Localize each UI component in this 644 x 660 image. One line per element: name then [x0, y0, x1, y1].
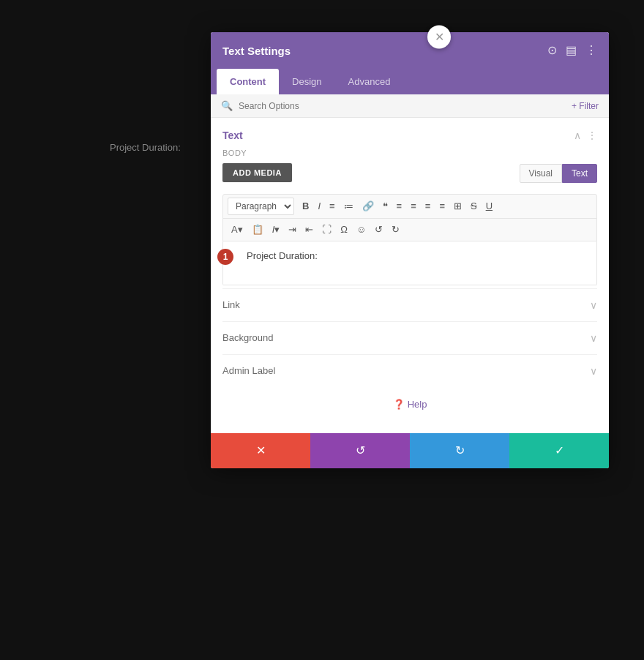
admin-label-section: Admin Label ∨ [222, 354, 597, 387]
text-section-title: Text [222, 130, 243, 141]
toolbar-row-2: A▾ 📋 I▾ ⇥ ⇤ ⛶ Ω ☺ ↺ ↻ [223, 219, 596, 241]
tab-design[interactable]: Design [279, 69, 334, 94]
admin-label-section-header[interactable]: Admin Label ∨ [222, 365, 597, 377]
align-center-button[interactable]: ≡ [407, 198, 420, 214]
redo-toolbar-button[interactable]: ↻ [388, 222, 403, 238]
tabs-bar: Content Design Advanced [211, 69, 609, 94]
cancel-button[interactable]: ✕ [211, 433, 310, 468]
fullscreen-button[interactable]: ⛶ [318, 222, 335, 238]
background-section: Background ∨ [222, 321, 597, 354]
project-duration-bg-label: Project Duration: [110, 142, 181, 153]
align-left-button[interactable]: ≡ [393, 198, 406, 214]
paragraph-select[interactable]: Paragraph Heading 1 Heading 2 Heading 3 [228, 198, 294, 215]
indent-button[interactable]: ⇥ [285, 222, 300, 238]
filter-button[interactable]: + Filter [572, 101, 599, 111]
columns-icon[interactable]: ▤ [566, 45, 577, 56]
search-icon: 🔍 [221, 100, 233, 111]
help-label: Help [408, 399, 427, 410]
undo-icon: ↺ [356, 443, 365, 457]
redo-icon: ↻ [455, 443, 465, 457]
focus-icon[interactable]: ⊙ [547, 45, 557, 56]
link-section-title: Link [222, 299, 240, 310]
toolbar-row-1: Paragraph Heading 1 Heading 2 Heading 3 … [223, 195, 596, 219]
link-section-header[interactable]: Link ∨ [222, 299, 597, 311]
visual-toggle-button[interactable]: Visual [520, 164, 562, 183]
emoji-button[interactable]: ☺ [353, 222, 370, 238]
align-right-button[interactable]: ≡ [422, 198, 435, 214]
admin-label-chevron-icon: ∨ [590, 365, 597, 377]
underline-button[interactable]: U [482, 198, 496, 214]
quote-button[interactable]: ❝ [379, 198, 392, 214]
view-toggle: Visual Text [520, 164, 597, 183]
link-chevron-icon: ∨ [590, 299, 597, 311]
outdent-button[interactable]: ⇤ [302, 222, 317, 238]
undo-button[interactable]: ↺ [310, 433, 410, 468]
section-collapse-icon[interactable]: ∧ [574, 130, 581, 141]
special-char-button[interactable]: Ω [337, 222, 351, 238]
search-bar: 🔍 + Filter [211, 94, 609, 118]
more-icon[interactable]: ⋮ [585, 45, 597, 56]
help-section: ❓ Help [222, 387, 597, 421]
panel-header: Text Settings ⊙ ▤ ⋮ [211, 32, 609, 69]
align-justify-button[interactable]: ≡ [435, 198, 449, 214]
bold-button[interactable]: B [299, 198, 312, 214]
save-button[interactable]: ✓ [509, 433, 609, 468]
help-link[interactable]: ❓ Help [234, 399, 585, 410]
cancel-icon: ✕ [256, 443, 266, 457]
text-section-header: Text ∧ ⋮ [222, 130, 597, 141]
background-section-title: Background [222, 332, 273, 343]
close-icon: ✕ [435, 30, 444, 44]
background-section-header[interactable]: Background ∨ [222, 332, 597, 344]
table-button[interactable]: ⊞ [450, 198, 465, 214]
add-media-button[interactable]: ADD MEDIA [222, 163, 292, 182]
add-media-row: ADD MEDIA Visual Text [222, 163, 597, 188]
italic-button[interactable]: I [314, 198, 324, 214]
editor-content[interactable]: Project Duration: [233, 250, 586, 261]
save-icon: ✓ [555, 443, 564, 457]
close-button[interactable]: ✕ [427, 25, 451, 48]
strikethrough-button[interactable]: S [467, 198, 481, 214]
step-badge: 1 [217, 249, 233, 265]
admin-label-section-title: Admin Label [222, 365, 275, 376]
unordered-list-button[interactable]: ≡ [326, 198, 339, 214]
panel-title: Text Settings [222, 45, 291, 57]
header-icons: ⊙ ▤ ⋮ [547, 45, 597, 56]
text-toggle-button[interactable]: Text [562, 164, 597, 183]
bottom-toolbar: ✕ ↺ ↻ ✓ [211, 433, 609, 468]
section-more-icon[interactable]: ⋮ [587, 130, 597, 141]
text-section: Text ∧ ⋮ Body ADD MEDIA Visual Text Para [222, 130, 597, 285]
settings-panel: Text Settings ⊙ ▤ ⋮ Content Design Advan… [211, 32, 609, 468]
redo-button[interactable]: ↻ [410, 433, 509, 468]
tab-content[interactable]: Content [217, 69, 279, 94]
editor-area[interactable]: 1 Project Duration: [222, 241, 597, 285]
ordered-list-button[interactable]: ≔ [340, 198, 357, 214]
panel-body: Text ∧ ⋮ Body ADD MEDIA Visual Text Para [211, 118, 609, 433]
link-button[interactable]: 🔗 [359, 198, 378, 214]
section-controls: ∧ ⋮ [574, 130, 597, 141]
font-style-button[interactable]: I▾ [269, 222, 284, 238]
search-input[interactable] [239, 101, 566, 111]
help-icon: ❓ [393, 399, 405, 410]
link-section: Link ∨ [222, 288, 597, 321]
undo-toolbar-button[interactable]: ↺ [371, 222, 386, 238]
body-label: Body [222, 149, 597, 157]
tab-advanced[interactable]: Advanced [335, 69, 404, 94]
editor-toolbar: Paragraph Heading 1 Heading 2 Heading 3 … [222, 194, 597, 241]
paste-button[interactable]: 📋 [248, 222, 267, 238]
background-chevron-icon: ∨ [590, 332, 597, 344]
font-color-button[interactable]: A▾ [228, 222, 247, 238]
